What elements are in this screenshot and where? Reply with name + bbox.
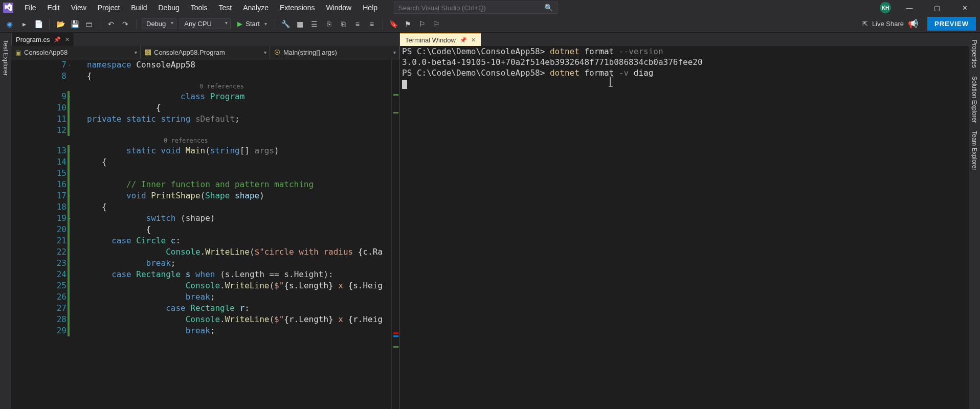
- liveshare-button[interactable]: Live Share: [872, 20, 904, 28]
- code-line[interactable]: case Rectangle r:: [72, 303, 399, 314]
- code-line[interactable]: break;: [72, 258, 399, 269]
- code-line[interactable]: class Program: [72, 91, 399, 102]
- line-number[interactable]: 7-: [11, 59, 66, 71]
- overview-ruler[interactable]: [391, 59, 399, 409]
- tb-icon-10[interactable]: ⚐: [431, 18, 442, 30]
- line-number[interactable]: 16: [11, 179, 66, 190]
- minimize-button[interactable]: —: [900, 2, 919, 14]
- close-icon[interactable]: ✕: [471, 37, 476, 43]
- quick-launch-search[interactable]: 🔍: [394, 2, 558, 14]
- tb-icon-5[interactable]: ⎗: [338, 18, 349, 30]
- menu-debug[interactable]: Debug: [153, 2, 185, 14]
- line-number[interactable]: 13-: [11, 145, 66, 156]
- rail-test-explorer[interactable]: Test Explorer: [1, 36, 10, 80]
- line-number[interactable]: 29: [11, 325, 66, 336]
- pin-icon[interactable]: 📌: [54, 36, 61, 43]
- rail-solution-explorer[interactable]: Solution Explorer: [970, 72, 979, 127]
- line-number[interactable]: 14: [11, 156, 66, 168]
- open-file-icon[interactable]: 📂: [55, 18, 66, 30]
- code-line[interactable]: Console.WriteLine($"{r.Length} x {r.Heig: [72, 314, 399, 325]
- line-number[interactable]: 19-: [11, 213, 66, 224]
- editor-tab-program[interactable]: Program.cs 📌 ✕: [11, 33, 74, 46]
- line-number[interactable]: 28: [11, 314, 66, 325]
- codelens-references[interactable]: 0 references: [72, 82, 399, 91]
- tb-icon-2[interactable]: ▦: [295, 18, 306, 30]
- code-line[interactable]: [72, 125, 399, 136]
- rail-team-explorer[interactable]: Team Explorer: [970, 127, 979, 174]
- menu-analyze[interactable]: Analyze: [238, 2, 274, 14]
- terminal-tab[interactable]: Terminal Window 📌 ✕: [400, 33, 481, 46]
- solution-platform-dropdown[interactable]: Any CPU: [180, 18, 231, 29]
- code-line[interactable]: // Inner function and pattern matching: [72, 179, 399, 190]
- menu-help[interactable]: Help: [358, 2, 383, 14]
- code-line[interactable]: break;: [72, 291, 399, 303]
- menu-edit[interactable]: Edit: [42, 2, 65, 14]
- code-line[interactable]: namespace ConsoleApp58: [72, 59, 399, 71]
- nav-back-icon[interactable]: ◉: [4, 18, 15, 30]
- close-icon[interactable]: ✕: [65, 36, 70, 43]
- line-number[interactable]: 12: [11, 125, 66, 136]
- undo-icon[interactable]: ↶: [105, 18, 117, 30]
- bookmark-icon[interactable]: 🔖: [388, 18, 399, 30]
- start-debug-button[interactable]: ▶ Start: [234, 18, 269, 30]
- line-number[interactable]: 18: [11, 201, 66, 213]
- line-number[interactable]: 20: [11, 224, 66, 235]
- close-window-button[interactable]: ✕: [955, 2, 974, 14]
- tb-icon-7[interactable]: ≡: [366, 18, 377, 30]
- line-number[interactable]: 27: [11, 303, 66, 314]
- terminal-line[interactable]: 3.0.0-beta4-19105-10+70a2f514eb3932648f7…: [402, 57, 967, 67]
- nav-fwd-icon[interactable]: ▸: [18, 18, 30, 30]
- tb-icon-4[interactable]: ⎘: [323, 18, 335, 30]
- code-line[interactable]: {: [72, 71, 399, 82]
- line-number[interactable]: 25: [11, 280, 66, 291]
- avatar[interactable]: KH: [880, 2, 891, 13]
- code-line[interactable]: static void Main(string[] args): [72, 145, 399, 156]
- rail-properties[interactable]: Properties: [970, 36, 979, 72]
- line-number[interactable]: 23: [11, 258, 66, 269]
- maximize-button[interactable]: ▢: [928, 2, 946, 14]
- menu-view[interactable]: View: [66, 2, 92, 14]
- new-project-icon[interactable]: 📄: [33, 18, 44, 30]
- line-number[interactable]: 9-: [11, 91, 66, 102]
- line-number[interactable]: 10: [11, 102, 66, 113]
- line-number[interactable]: 26: [11, 291, 66, 303]
- code-line[interactable]: [72, 168, 399, 179]
- search-input[interactable]: [398, 4, 544, 12]
- line-number[interactable]: 17-: [11, 190, 66, 201]
- menu-extensions[interactable]: Extensions: [275, 2, 320, 14]
- line-number[interactable]: 15: [11, 168, 66, 179]
- nav-member-dropdown[interactable]: ⦿ Main(string[] args): [270, 46, 399, 59]
- line-number[interactable]: 8: [11, 71, 66, 82]
- code-line[interactable]: case Rectangle s when (s.Length == s.Hei…: [72, 269, 399, 280]
- code-line[interactable]: private static string sDefault;: [72, 113, 399, 125]
- code-line[interactable]: {: [72, 102, 399, 113]
- code-line[interactable]: Console.WriteLine($"circle with radius {…: [72, 246, 399, 258]
- line-number[interactable]: 22: [11, 246, 66, 258]
- code-line[interactable]: {: [72, 156, 399, 168]
- code-line[interactable]: Console.WriteLine($"{s.Length} x {s.Heig: [72, 280, 399, 291]
- feedback-icon[interactable]: 📢: [908, 19, 918, 29]
- menu-file[interactable]: File: [19, 2, 41, 14]
- line-number[interactable]: 11: [11, 113, 66, 125]
- menu-window[interactable]: Window: [321, 2, 357, 14]
- code-line[interactable]: break;: [72, 325, 399, 336]
- code-line[interactable]: void PrintShape(Shape shape): [72, 190, 399, 201]
- tb-icon-8[interactable]: ⚑: [403, 18, 414, 30]
- code-line[interactable]: {: [72, 201, 399, 213]
- terminal-line[interactable]: PS C:\Code\Demo\ConsoleApp58> dotnet for…: [402, 46, 967, 57]
- save-all-icon[interactable]: 🗃: [83, 18, 95, 30]
- code-editor[interactable]: 7-89-10111213-14151617-1819-202122232425…: [11, 59, 399, 409]
- menu-tools[interactable]: Tools: [186, 2, 213, 14]
- preview-badge[interactable]: PREVIEW: [927, 17, 976, 31]
- codelens-references[interactable]: 0 references: [72, 136, 399, 145]
- menu-project[interactable]: Project: [93, 2, 125, 14]
- nav-class-dropdown[interactable]: 🅲 ConsoleApp58.Program: [141, 46, 270, 59]
- terminal-line[interactable]: PS C:\Code\Demo\ConsoleApp58> dotnet for…: [402, 67, 967, 78]
- nav-project-dropdown[interactable]: ▣ ConsoleApp58: [11, 46, 141, 59]
- menu-build[interactable]: Build: [126, 2, 152, 14]
- pin-icon[interactable]: 📌: [460, 37, 467, 43]
- solution-config-dropdown[interactable]: Debug: [142, 18, 176, 29]
- code-line[interactable]: case Circle c:: [72, 235, 399, 246]
- tb-icon-1[interactable]: 🔧: [280, 18, 292, 30]
- tb-icon-3[interactable]: ☰: [309, 18, 320, 30]
